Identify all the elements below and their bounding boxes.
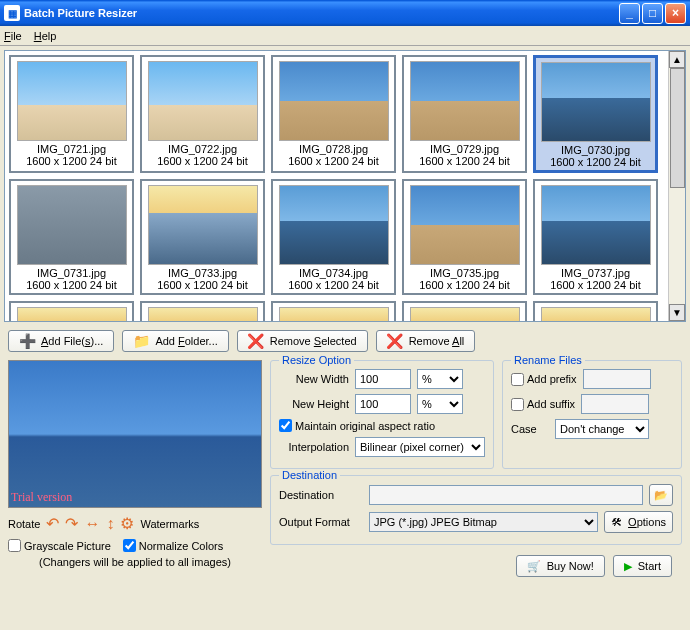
- thumb-image: [279, 307, 389, 321]
- thumb-filename: IMG_0729.jpg: [406, 143, 523, 155]
- remove-all-icon: ❌: [387, 333, 403, 349]
- menu-help[interactable]: Help: [34, 30, 57, 42]
- thumbnail-item[interactable]: [271, 301, 396, 321]
- thumb-meta: 1600 x 1200 24 bit: [406, 279, 523, 291]
- interp-label: Interpolation: [279, 441, 349, 453]
- apply-note: (Changers will be applied to all images): [8, 556, 262, 568]
- thumb-image: [17, 185, 127, 265]
- thumb-image: [148, 185, 258, 265]
- destination-input[interactable]: [369, 485, 643, 505]
- remove-icon: ❌: [248, 333, 264, 349]
- folder-open-icon: 📂: [654, 489, 668, 502]
- thumb-image: [410, 61, 520, 141]
- thumbnail-item[interactable]: [533, 301, 658, 321]
- buy-now-button[interactable]: 🛒Buy Now!: [516, 555, 605, 577]
- remove-selected-button[interactable]: ❌Remove Selected: [237, 330, 368, 352]
- cart-icon: 🛒: [527, 560, 541, 573]
- close-button[interactable]: ×: [665, 3, 686, 24]
- titlebar: ▦ Batch Picture Resizer _ □ ×: [0, 0, 690, 26]
- thumbnail-item[interactable]: [140, 301, 265, 321]
- destination-legend: Destination: [279, 469, 340, 481]
- resize-group: Resize Option New Width % New Height % M…: [270, 360, 494, 469]
- options-button[interactable]: 🛠Options: [604, 511, 673, 533]
- thumb-meta: 1600 x 1200 24 bit: [144, 155, 261, 167]
- thumb-image: [148, 61, 258, 141]
- rename-legend: Rename Files: [511, 354, 585, 366]
- menubar: File Help: [0, 26, 690, 46]
- destination-label: Destination: [279, 489, 363, 501]
- gear-icon: 🛠: [611, 516, 622, 528]
- height-input[interactable]: [355, 394, 411, 414]
- destination-group: Destination Destination 📂 Output Format …: [270, 475, 682, 545]
- rotate-right-icon[interactable]: ↷: [65, 514, 78, 533]
- maintain-ratio-checkbox[interactable]: Maintain original aspect ratio: [279, 419, 435, 432]
- suffix-checkbox[interactable]: Add suffix: [511, 398, 575, 411]
- start-button[interactable]: ▶Start: [613, 555, 672, 577]
- normalize-checkbox[interactable]: Normalize Colors: [123, 539, 223, 552]
- toolbar: ➕Add File(s)... 📁Add Folder... ❌Remove S…: [0, 326, 690, 356]
- scroll-down-button[interactable]: ▼: [669, 304, 685, 321]
- thumb-image: [17, 61, 127, 141]
- preview-panel: Trial version Rotate ↶ ↷ ↔ ↕ ⚙ Watermark…: [8, 360, 262, 581]
- thumbnail-item[interactable]: [9, 301, 134, 321]
- resize-legend: Resize Option: [279, 354, 354, 366]
- browse-button[interactable]: 📂: [649, 484, 673, 506]
- grayscale-checkbox[interactable]: Grayscale Picture: [8, 539, 111, 552]
- watermarks-label: Watermarks: [140, 518, 199, 530]
- height-unit-select[interactable]: %: [417, 394, 463, 414]
- interp-select[interactable]: Bilinear (pixel corner): [355, 437, 485, 457]
- thumbnail-item[interactable]: [402, 301, 527, 321]
- width-unit-select[interactable]: %: [417, 369, 463, 389]
- flip-h-icon[interactable]: ↔: [84, 515, 100, 533]
- thumbnail-item[interactable]: IMG_0728.jpg1600 x 1200 24 bit: [271, 55, 396, 173]
- thumbnail-item[interactable]: IMG_0734.jpg1600 x 1200 24 bit: [271, 179, 396, 295]
- thumb-image: [410, 185, 520, 265]
- thumbnail-item[interactable]: IMG_0721.jpg1600 x 1200 24 bit: [9, 55, 134, 173]
- thumbnail-area: IMG_0721.jpg1600 x 1200 24 bitIMG_0722.j…: [4, 50, 686, 322]
- thumb-image: [148, 307, 258, 321]
- scrollbar[interactable]: ▲ ▼: [668, 51, 685, 321]
- thumbnail-item[interactable]: IMG_0722.jpg1600 x 1200 24 bit: [140, 55, 265, 173]
- add-files-button[interactable]: ➕Add File(s)...: [8, 330, 114, 352]
- output-format-select[interactable]: JPG (*.jpg) JPEG Bitmap: [369, 512, 598, 532]
- thumb-filename: IMG_0735.jpg: [406, 267, 523, 279]
- thumbnail-item[interactable]: IMG_0735.jpg1600 x 1200 24 bit: [402, 179, 527, 295]
- thumb-image: [541, 307, 651, 321]
- thumb-filename: IMG_0731.jpg: [13, 267, 130, 279]
- scroll-thumb[interactable]: [670, 68, 685, 188]
- thumbnail-item[interactable]: IMG_0729.jpg1600 x 1200 24 bit: [402, 55, 527, 173]
- remove-all-button[interactable]: ❌Remove All: [376, 330, 476, 352]
- new-height-label: New Height: [279, 398, 349, 410]
- maximize-button[interactable]: □: [642, 3, 663, 24]
- width-input[interactable]: [355, 369, 411, 389]
- thumb-meta: 1600 x 1200 24 bit: [538, 156, 653, 168]
- thumb-meta: 1600 x 1200 24 bit: [406, 155, 523, 167]
- thumb-filename: IMG_0733.jpg: [144, 267, 261, 279]
- scroll-up-button[interactable]: ▲: [669, 51, 685, 68]
- thumb-meta: 1600 x 1200 24 bit: [275, 155, 392, 167]
- rotate-left-icon[interactable]: ↶: [46, 514, 59, 533]
- thumbnail-item[interactable]: IMG_0737.jpg1600 x 1200 24 bit: [533, 179, 658, 295]
- thumbnail-item[interactable]: IMG_0733.jpg1600 x 1200 24 bit: [140, 179, 265, 295]
- preview-image: Trial version: [8, 360, 262, 508]
- add-folder-button[interactable]: 📁Add Folder...: [122, 330, 228, 352]
- prefix-input[interactable]: [583, 369, 651, 389]
- thumb-meta: 1600 x 1200 24 bit: [13, 279, 130, 291]
- thumbnail-item[interactable]: IMG_0731.jpg1600 x 1200 24 bit: [9, 179, 134, 295]
- suffix-input[interactable]: [581, 394, 649, 414]
- case-select[interactable]: Don't change: [555, 419, 649, 439]
- rename-group: Rename Files Add prefix Add suffix Case …: [502, 360, 682, 469]
- thumb-filename: IMG_0734.jpg: [275, 267, 392, 279]
- thumb-image: [279, 61, 389, 141]
- menu-file[interactable]: File: [4, 30, 22, 42]
- thumbnail-item[interactable]: IMG_0730.jpg1600 x 1200 24 bit: [533, 55, 658, 173]
- new-width-label: New Width: [279, 373, 349, 385]
- prefix-checkbox[interactable]: Add prefix: [511, 373, 577, 386]
- thumb-meta: 1600 x 1200 24 bit: [275, 279, 392, 291]
- case-label: Case: [511, 423, 549, 435]
- thumbnail-grid: IMG_0721.jpg1600 x 1200 24 bitIMG_0722.j…: [5, 51, 668, 321]
- flip-v-icon[interactable]: ↕: [106, 515, 114, 533]
- watermark-icon[interactable]: ⚙: [120, 514, 134, 533]
- play-icon: ▶: [624, 560, 632, 573]
- minimize-button[interactable]: _: [619, 3, 640, 24]
